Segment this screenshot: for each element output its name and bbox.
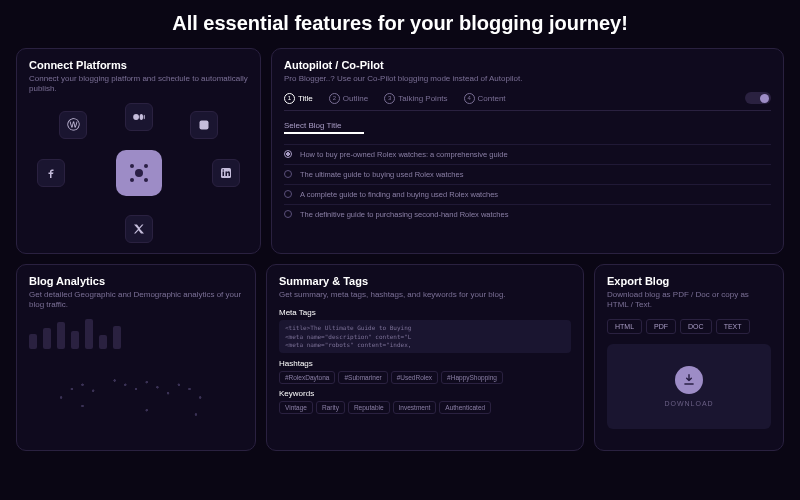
svg-point-8	[130, 164, 134, 168]
svg-rect-3	[200, 120, 209, 129]
platforms-card: Connect Platforms Connect your blogging …	[16, 48, 261, 254]
download-button[interactable]: DOWNLOAD	[607, 344, 771, 429]
platforms-diagram: ⓦ	[29, 103, 248, 243]
svg-point-10	[130, 178, 134, 182]
keywords-label: Keywords	[279, 389, 571, 398]
radio-icon	[284, 150, 292, 158]
export-title: Export Blog	[607, 275, 771, 287]
export-doc-button[interactable]: DOC	[680, 319, 712, 334]
linkedin-icon[interactable]	[212, 159, 240, 187]
blogger-icon[interactable]	[190, 111, 218, 139]
summary-card: Summary & Tags Get summary, meta tags, h…	[266, 264, 584, 451]
analytics-card: Blog Analytics Get detailed Geographic a…	[16, 264, 256, 451]
tab-title[interactable]: 1Title	[284, 93, 313, 104]
svg-point-0	[133, 114, 139, 120]
tab-outline[interactable]: 2Outline	[329, 93, 368, 104]
title-option[interactable]: The definitive guide to purchasing secon…	[284, 204, 771, 224]
x-icon[interactable]	[125, 215, 153, 243]
svg-point-11	[144, 178, 148, 182]
meta-label: Meta Tags	[279, 308, 571, 317]
svg-point-7	[135, 169, 143, 177]
radio-icon	[284, 170, 292, 178]
hashtag[interactable]: #HappyShopping	[441, 371, 503, 384]
hashtag[interactable]: #RolexDaytona	[279, 371, 335, 384]
wizard-tabs: 1Title 2Outline 3Talking Points 4Content	[284, 92, 771, 111]
title-option[interactable]: The ultimate guide to buying used Rolex …	[284, 164, 771, 184]
summary-subtitle: Get summary, meta tags, hashtags, and ke…	[279, 290, 571, 300]
center-app-icon	[116, 150, 162, 196]
wordpress-icon[interactable]: ⓦ	[59, 111, 87, 139]
export-html-button[interactable]: HTML	[607, 319, 642, 334]
world-map	[29, 355, 243, 440]
facebook-icon[interactable]	[37, 159, 65, 187]
page-title: All essential features for your blogging…	[16, 10, 784, 36]
export-text-button[interactable]: TEXT	[716, 319, 750, 334]
download-label: DOWNLOAD	[664, 400, 713, 407]
summary-title: Summary & Tags	[279, 275, 571, 287]
keyword[interactable]: Reputable	[348, 401, 390, 414]
platforms-subtitle: Connect your blogging platform and sched…	[29, 74, 248, 95]
meta-code-block: <title>The Ultimate Guide to Buying <met…	[279, 320, 571, 353]
svg-point-9	[144, 164, 148, 168]
tab-talking-points[interactable]: 3Talking Points	[384, 93, 447, 104]
tab-content[interactable]: 4Content	[464, 93, 506, 104]
bar-chart	[29, 319, 243, 349]
radio-icon	[284, 190, 292, 198]
download-icon	[675, 366, 703, 394]
keyword[interactable]: Rarity	[316, 401, 345, 414]
mode-toggle[interactable]	[745, 92, 771, 104]
platforms-title: Connect Platforms	[29, 59, 248, 71]
autopilot-subtitle: Pro Blogger..? Use our Co-Pilot blogging…	[284, 74, 771, 84]
analytics-subtitle: Get detailed Geographic and Demographic …	[29, 290, 243, 311]
section-underline	[284, 132, 364, 134]
hashtags-label: Hashtags	[279, 359, 571, 368]
section-label: Select Blog Title	[284, 121, 771, 130]
autopilot-title: Autopilot / Co-Pilot	[284, 59, 771, 71]
export-pdf-button[interactable]: PDF	[646, 319, 676, 334]
keyword[interactable]: Authenticated	[439, 401, 491, 414]
svg-point-6	[223, 169, 225, 171]
radio-icon	[284, 210, 292, 218]
keyword[interactable]: Investment	[393, 401, 437, 414]
hashtag[interactable]: #Submariner	[338, 371, 387, 384]
keyword[interactable]: Vintage	[279, 401, 313, 414]
hashtag[interactable]: #UsedRolex	[391, 371, 438, 384]
title-option[interactable]: How to buy pre-owned Rolex watches: a co…	[284, 144, 771, 164]
svg-point-2	[143, 114, 144, 119]
medium-icon[interactable]	[125, 103, 153, 131]
title-option[interactable]: A complete guide to finding and buying u…	[284, 184, 771, 204]
svg-rect-5	[223, 171, 225, 176]
analytics-title: Blog Analytics	[29, 275, 243, 287]
svg-point-1	[139, 114, 142, 120]
export-subtitle: Download blog as PDF / Doc or copy as HT…	[607, 290, 771, 311]
autopilot-card: Autopilot / Co-Pilot Pro Blogger..? Use …	[271, 48, 784, 254]
export-card: Export Blog Download blog as PDF / Doc o…	[594, 264, 784, 451]
